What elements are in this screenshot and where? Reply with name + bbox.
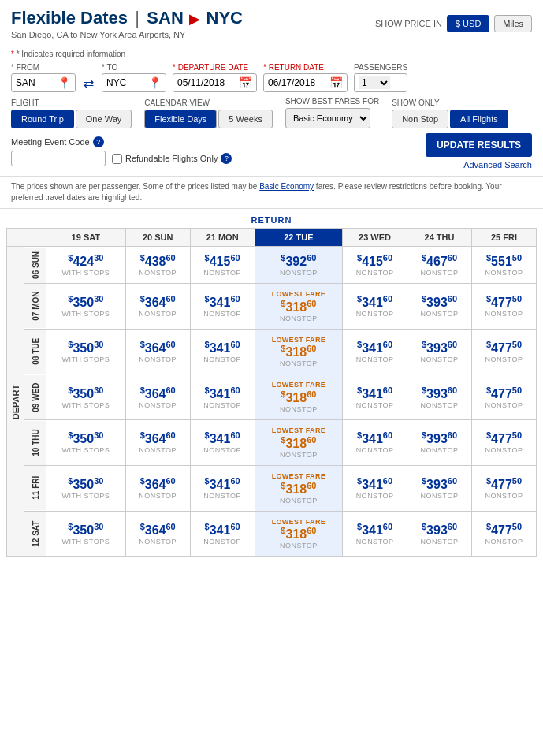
fare-price: $47750 [475, 385, 533, 401]
fare-cell[interactable]: $34160 NONSTOP [190, 283, 255, 329]
refundable-checkbox[interactable] [112, 154, 122, 164]
all-flights-button[interactable]: All Flights [450, 110, 508, 128]
fare-stop-type: WITH STOPS [50, 310, 122, 318]
weeks-button[interactable]: 5 Weeks [218, 110, 273, 128]
fare-cell[interactable]: $34160 NONSTOP [343, 374, 407, 420]
update-results-button[interactable]: UPDATE RESULTS [426, 133, 532, 157]
fare-cell[interactable]: $34160 NONSTOP [190, 420, 255, 466]
fare-cell[interactable]: $34160 NONSTOP [343, 329, 407, 374]
fare-cell[interactable]: LOWEST FARE $31860 NONSTOP [255, 283, 342, 329]
fare-cell[interactable]: $35030 WITH STOPS [46, 283, 126, 329]
fare-price: $39360 [411, 522, 468, 538]
fare-stop-type: NONSTOP [346, 356, 404, 363]
fare-cell[interactable]: $34160 NONSTOP [343, 283, 407, 329]
non-stop-button[interactable]: Non Stop [392, 110, 448, 128]
meeting-info-icon[interactable]: ? [93, 136, 104, 147]
fare-cell[interactable]: $41560 NONSTOP [190, 247, 255, 284]
col-25fri: 25 FRI [471, 229, 536, 247]
fare-cell[interactable]: $36460 NONSTOP [125, 511, 190, 557]
fare-cell[interactable]: $35030 WITH STOPS [46, 465, 126, 511]
round-trip-button[interactable]: Round Trip [11, 110, 74, 128]
fare-price: $47750 [475, 430, 533, 446]
fare-price: $34160 [346, 476, 404, 492]
fare-cell[interactable]: $39360 NONSTOP [407, 329, 472, 374]
fare-table: 19 SAT 20 SUN 21 MON 22 TUE 23 WED 24 TH… [6, 228, 537, 557]
fare-cell[interactable]: $41560 NONSTOP [343, 247, 407, 284]
fare-stop-type: NONSTOP [346, 401, 404, 409]
refundable-info-icon[interactable]: ? [221, 153, 232, 164]
fare-cell[interactable]: $34160 NONSTOP [190, 511, 255, 557]
fare-cell[interactable]: $34160 NONSTOP [190, 329, 255, 374]
basic-economy-link[interactable]: Basic Economy [259, 182, 314, 191]
to-input[interactable] [106, 77, 146, 88]
header: Flexible Dates | SAN ▶ NYC San Diego, CA… [0, 0, 543, 43]
fare-cell[interactable]: $47750 NONSTOP [471, 420, 536, 466]
fare-cell[interactable]: $35030 WITH STOPS [46, 420, 126, 466]
fare-stop-type: NONSTOP [129, 269, 187, 277]
fare-cell[interactable]: LOWEST FARE $31860 NONSTOP [255, 511, 342, 557]
usd-button[interactable]: $ USD [447, 15, 489, 32]
fare-stop-type: NONSTOP [411, 492, 468, 500]
fare-cell[interactable]: $47750 NONSTOP [471, 511, 536, 557]
fare-cell[interactable]: $34160 NONSTOP [343, 465, 407, 511]
fare-cell[interactable]: $47750 NONSTOP [471, 465, 536, 511]
fare-select[interactable]: Basic Economy [285, 108, 370, 128]
fare-price: $36460 [129, 430, 187, 446]
fare-cell[interactable]: $36460 NONSTOP [125, 420, 190, 466]
fare-stop-type: NONSTOP [475, 269, 533, 277]
return-label: RETURN [6, 209, 537, 228]
fare-cell[interactable]: $39360 NONSTOP [407, 374, 472, 420]
col-21mon: 21 MON [190, 229, 255, 247]
fare-cell[interactable]: $39360 NONSTOP [407, 283, 472, 329]
fare-cell[interactable]: LOWEST FARE $31860 NONSTOP [255, 420, 342, 466]
departure-input[interactable] [177, 77, 236, 88]
fare-cell[interactable]: $34160 NONSTOP [343, 420, 407, 466]
fare-grid: RETURN 19 SAT 20 SUN 21 MON 22 TUE 23 WE… [0, 209, 543, 572]
departure-calendar-icon[interactable]: 📅 [239, 76, 252, 89]
return-input[interactable] [268, 77, 327, 88]
fare-cell[interactable]: $39360 NONSTOP [407, 420, 472, 466]
fare-cell[interactable]: LOWEST FARE $31860 NONSTOP [255, 465, 342, 511]
fare-cell[interactable]: $36460 NONSTOP [125, 465, 190, 511]
fare-cell[interactable]: $39360 NONSTOP [407, 465, 472, 511]
fare-cell[interactable]: $47750 NONSTOP [471, 374, 536, 420]
show-only-group: SHOW ONLY Non Stop All Flights [392, 99, 508, 128]
fare-cell[interactable]: $36460 NONSTOP [125, 374, 190, 420]
fare-stop-type: NONSTOP [258, 359, 339, 367]
fare-cell[interactable]: $36460 NONSTOP [125, 283, 190, 329]
flexible-days-button[interactable]: Flexible Days [144, 110, 217, 128]
fare-stop-type: NONSTOP [475, 492, 533, 500]
fare-stop-type: NONSTOP [129, 401, 187, 409]
from-input[interactable] [16, 77, 55, 88]
passengers-select[interactable]: 1234 [359, 76, 390, 89]
fare-cell[interactable]: $46760 NONSTOP [407, 247, 472, 284]
refundable-checkbox-label[interactable]: Refundable Flights Only ? [112, 153, 232, 164]
return-calendar-icon[interactable]: 📅 [329, 76, 343, 89]
meeting-code-input[interactable] [11, 151, 106, 166]
fare-cell[interactable]: $55150 NONSTOP [471, 247, 536, 284]
fare-cell[interactable]: $47750 NONSTOP [471, 329, 536, 374]
fare-cell[interactable]: $39260 NONSTOP [255, 247, 342, 284]
fare-cell[interactable]: $47750 NONSTOP [471, 283, 536, 329]
fare-cell[interactable]: $36460 NONSTOP [125, 329, 190, 374]
miles-button[interactable]: Miles [494, 15, 532, 32]
fare-cell[interactable]: $39360 NONSTOP [407, 511, 472, 557]
fare-cell[interactable]: $35030 WITH STOPS [46, 511, 126, 557]
advanced-search-link[interactable]: Advanced Search [463, 160, 532, 169]
subtitle: San Diego, CA to New York Area Airports,… [11, 30, 243, 39]
fare-cell[interactable]: LOWEST FARE $31860 NONSTOP [255, 329, 342, 374]
fare-cell[interactable]: $35030 WITH STOPS [46, 374, 126, 420]
fare-cell[interactable]: $34160 NONSTOP [190, 374, 255, 420]
price-toggle: SHOW PRICE IN $ USD Miles [375, 15, 532, 32]
fare-cell[interactable]: $42430 WITH STOPS [46, 247, 126, 284]
fare-price: $34160 [346, 522, 404, 538]
fare-cell[interactable]: LOWEST FARE $31860 NONSTOP [255, 374, 342, 420]
fare-stop-type: NONSTOP [346, 492, 404, 500]
one-way-button[interactable]: One Way [76, 110, 132, 128]
swap-button[interactable]: ⇄ [82, 76, 95, 91]
fare-cell[interactable]: $34160 NONSTOP [343, 511, 407, 557]
fare-price: $41560 [194, 253, 251, 269]
fare-cell[interactable]: $43860 NONSTOP [125, 247, 190, 284]
fare-cell[interactable]: $35030 WITH STOPS [46, 329, 126, 374]
fare-cell[interactable]: $34160 NONSTOP [190, 465, 255, 511]
